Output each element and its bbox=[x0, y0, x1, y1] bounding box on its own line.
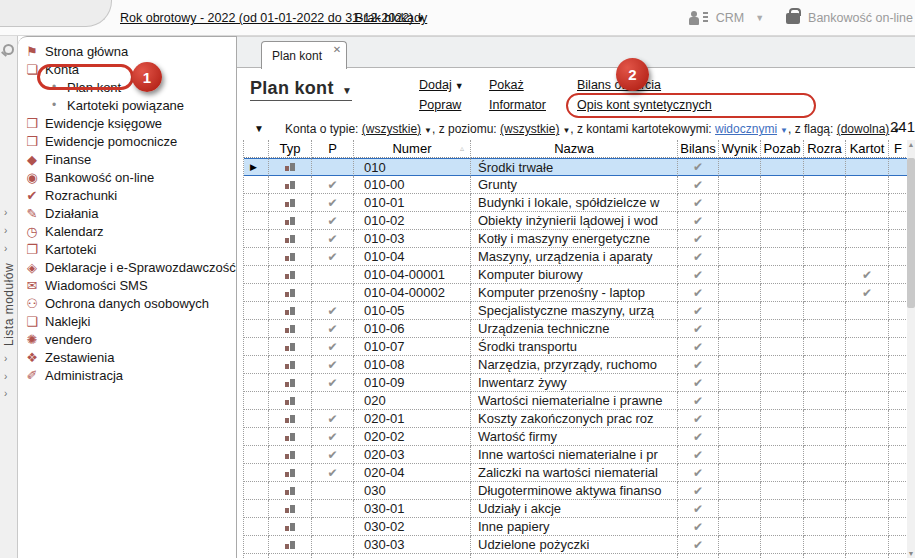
table-row[interactable]: ✔010-09Inwentarz żywy✔ bbox=[244, 374, 907, 392]
table-row[interactable]: ✔010-02Obiekty inżynierii lądowej i wod✔ bbox=[244, 212, 907, 230]
table-row[interactable]: ✔010-05Specjalistyczne maszyny, urzą✔ bbox=[244, 302, 907, 320]
edit-button[interactable]: Popraw bbox=[419, 98, 464, 112]
chevron-right-icon[interactable]: › bbox=[4, 208, 7, 218]
sidebar-item-zestawienia[interactable]: ❖Zestawienia bbox=[18, 348, 236, 366]
account-type-filter[interactable]: (wszystkie)▼ bbox=[362, 122, 432, 136]
table-row[interactable]: 030-03Udzielone pożyczki✔ bbox=[244, 536, 907, 554]
table-row[interactable]: ✔010-04Maszyny, urządzenia i aparaty✔ bbox=[244, 248, 907, 266]
sidebar-item-finanse[interactable]: ◆Finanse bbox=[18, 150, 236, 168]
row-selector-cell bbox=[244, 302, 269, 320]
table-row[interactable]: ✔010-01Budynki i lokale, spółdzielcze w✔ bbox=[244, 194, 907, 212]
crm-button[interactable]: CRM bbox=[716, 11, 744, 25]
sidebar-item-administracja[interactable]: ✐Administracja bbox=[18, 366, 236, 384]
add-button[interactable]: Dodaj▼ bbox=[419, 78, 464, 92]
table-row[interactable]: ✔010-03Kotły i maszyny energetyczne✔ bbox=[244, 230, 907, 248]
typ-cell bbox=[269, 158, 312, 176]
sidebar-item-kalendarz[interactable]: ◷Kalendarz bbox=[18, 222, 236, 240]
table-row[interactable]: ✔020-02Wartość firmy✔ bbox=[244, 428, 907, 446]
table-row[interactable]: 030Długoterminowe aktywa finanso✔ bbox=[244, 482, 907, 500]
column-header-f[interactable]: F bbox=[889, 140, 907, 158]
chevron-right-icon[interactable]: › bbox=[4, 389, 7, 399]
scrollbar-thumb[interactable] bbox=[907, 158, 915, 308]
table-row[interactable]: ✔010-00Grunty✔ bbox=[244, 176, 907, 194]
table-row[interactable]: ✔010-07Środki transportu✔ bbox=[244, 338, 907, 356]
online-banking-button[interactable]: Bankowość on-line bbox=[808, 11, 913, 25]
scroll-up-icon[interactable]: ▲ bbox=[907, 141, 915, 148]
chevron-right-icon[interactable]: › bbox=[4, 244, 7, 254]
typ-cell bbox=[269, 302, 312, 320]
column-header-pozab[interactable]: Pozab bbox=[761, 140, 804, 158]
sidebar-item-deklaracje-i-e-sprawozdawczość[interactable]: ◈Deklaracje i e-Sprawozdawczość bbox=[18, 258, 236, 276]
table-row[interactable]: 030-04In✔ bbox=[244, 554, 907, 558]
table-row[interactable]: ✔020-04Zaliczki na wartości niematerial✔ bbox=[244, 464, 907, 482]
sidebar-item-kartoteki[interactable]: ❐Kartoteki bbox=[18, 240, 236, 258]
sidebar-item-ewidencje-pomocnicze[interactable]: ❒Ewidencje pomocnicze bbox=[18, 132, 236, 150]
level-filter[interactable]: (wszystkie)▼ bbox=[500, 122, 570, 136]
numer-cell: 020-01 bbox=[354, 410, 471, 428]
vertical-scrollbar[interactable]: ▲ ▼ bbox=[907, 140, 915, 558]
sidebar-item-kartoteki-powiązane[interactable]: •Kartoteki powiązane bbox=[18, 96, 236, 114]
card-files-icon: ❐ bbox=[24, 242, 40, 257]
chevron-right-icon[interactable]: › bbox=[4, 372, 7, 382]
filter-funnel-icon[interactable]: ▼ bbox=[254, 123, 264, 134]
lock-status-link[interactable]: Brak blokady bbox=[355, 11, 427, 25]
sidebar-item-ochrona-danych-osobowych[interactable]: ⚇Ochrona danych osobowych bbox=[18, 294, 236, 312]
column-header-wynik[interactable]: Wynik bbox=[719, 140, 761, 158]
chevron-right-icon[interactable]: › bbox=[4, 226, 7, 236]
typ-cell bbox=[269, 356, 312, 374]
magnifier-icon[interactable] bbox=[3, 44, 14, 55]
check-icon: ✔ bbox=[327, 214, 337, 228]
column-header-numer[interactable]: Numer▵ bbox=[354, 140, 471, 158]
column-header-kartot[interactable]: Kartot bbox=[846, 140, 889, 158]
opening-balance-button[interactable]: Bilans otwarcia bbox=[577, 78, 712, 92]
table-row[interactable]: ✔020-01Koszty zakończonych prac roz✔ bbox=[244, 410, 907, 428]
sidebar-item-naklejki[interactable]: ❑Naklejki bbox=[18, 312, 236, 330]
informer-button[interactable]: Informator bbox=[489, 98, 546, 112]
scroll-down-icon[interactable]: ▼ bbox=[907, 550, 915, 557]
show-button[interactable]: Pokaż bbox=[489, 78, 546, 92]
check-icon: ✔ bbox=[693, 340, 703, 354]
table-row[interactable]: ✔010-08Narzędzia, przyrządy, ruchomo✔ bbox=[244, 356, 907, 374]
rozra-cell bbox=[804, 320, 846, 338]
nazwa-cell: Obiekty inżynierii lądowej i wod bbox=[471, 212, 678, 230]
column-header-rozra[interactable]: Rozra bbox=[804, 140, 846, 158]
table-row[interactable]: ✔020-03Inne wartości niematerialne i pr✔ bbox=[244, 446, 907, 464]
sidebar-item-działania[interactable]: ✎Działania bbox=[18, 204, 236, 222]
tab-plan-kont[interactable]: Plan kont ✕ bbox=[261, 41, 347, 69]
table-row[interactable]: ✔010-06Urządzenia techniczne✔ bbox=[244, 320, 907, 338]
typ-cell bbox=[269, 536, 312, 554]
row-selector-cell bbox=[244, 536, 269, 554]
typ-cell bbox=[269, 482, 312, 500]
sidebar-item-vendero[interactable]: ✺vendero bbox=[18, 330, 236, 348]
table-row[interactable]: 030-02Inne papiery✔ bbox=[244, 518, 907, 536]
table-row[interactable]: 010-04-00001Komputer biurowy✔✔ bbox=[244, 266, 907, 284]
table-row[interactable]: 010-04-00002Komputer przenośny - laptop✔… bbox=[244, 284, 907, 302]
sidebar-item-konta[interactable]: ❏Konta bbox=[18, 60, 236, 78]
column-header-p[interactable]: P bbox=[312, 140, 354, 158]
rozra-cell bbox=[804, 284, 846, 302]
synthetic-accounts-description-button[interactable]: Opis kont syntetycznych bbox=[577, 98, 712, 112]
sidebar-item-ewidencje-księgowe[interactable]: ❒Ewidencje księgowe bbox=[18, 114, 236, 132]
f-cell bbox=[889, 212, 907, 230]
f-cell bbox=[889, 554, 907, 558]
table-row[interactable]: 030-01Udziały i akcje✔ bbox=[244, 500, 907, 518]
column-header-bilans[interactable]: Bilans bbox=[678, 140, 719, 158]
sidebar-item-strona-główna[interactable]: ⚑Strona główna bbox=[18, 42, 236, 60]
column-header-nazwa[interactable]: Nazwa bbox=[471, 140, 678, 158]
typ-cell bbox=[269, 230, 312, 248]
account-type-icon bbox=[284, 234, 296, 244]
close-icon[interactable]: ✕ bbox=[333, 45, 341, 55]
page-title-dropdown[interactable]: Plan kont ▼ bbox=[250, 78, 352, 101]
sidebar-item-bankowość-on-line[interactable]: ◉Bankowość on-line bbox=[18, 168, 236, 186]
table-row[interactable]: ▶010Środki trwałe✔ bbox=[244, 158, 907, 176]
pozab-cell bbox=[761, 482, 804, 500]
card-accounts-filter[interactable]: widocznymi▼ bbox=[715, 122, 788, 136]
column-header-typ[interactable]: Typ bbox=[269, 140, 312, 158]
sidebar-item-plan-kont[interactable]: •Plan kont bbox=[18, 78, 236, 96]
chevron-right-icon[interactable]: › bbox=[4, 354, 7, 364]
table-row[interactable]: 020Wartości niematerialne i prawne✔ bbox=[244, 392, 907, 410]
chevron-down-icon[interactable]: ▼ bbox=[755, 13, 764, 23]
sidebar-item-rozrachunki[interactable]: ✔Rozrachunki bbox=[18, 186, 236, 204]
sidebar-item-wiadomości-sms[interactable]: ✉Wiadomości SMS bbox=[18, 276, 236, 294]
f-cell bbox=[889, 338, 907, 356]
